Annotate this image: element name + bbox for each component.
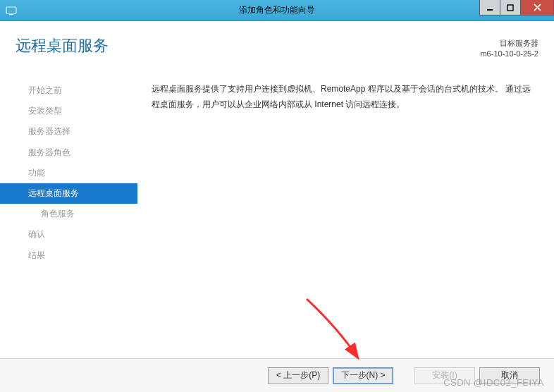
nav-confirmation[interactable]: 确认 [0, 224, 137, 245]
nav-role-services[interactable]: 角色服务 [0, 204, 137, 224]
wizard-sidebar: 开始之前 安装类型 服务器选择 服务器角色 功能 远程桌面服务 角色服务 确认 … [0, 71, 137, 357]
nav-features[interactable]: 功能 [0, 163, 137, 183]
nav-before-begin[interactable]: 开始之前 [0, 80, 137, 101]
description-text: 远程桌面服务提供了支持用户连接到虚拟机、RemoteApp 程序以及基于会话的台… [137, 71, 554, 357]
button-bar: < 上一步(P) 下一步(N) > 安装(I) 取消 [0, 358, 554, 392]
header-row: 远程桌面服务 目标服务器 m6-10-10-0-25-2 [0, 21, 554, 60]
wizard-content: 远程桌面服务 目标服务器 m6-10-10-0-25-2 开始之前 安装类型 服… [0, 21, 554, 392]
svg-rect-2 [487, 9, 493, 11]
target-server-label: 目标服务器 [480, 38, 538, 49]
target-server-info: 目标服务器 m6-10-10-0-25-2 [480, 35, 538, 60]
nav-install-type[interactable]: 安装类型 [0, 101, 137, 121]
close-button[interactable] [520, 0, 554, 16]
maximize-button[interactable] [500, 0, 521, 16]
nav-server-roles[interactable]: 服务器角色 [0, 142, 137, 163]
install-button: 安装(I) [414, 367, 475, 384]
page-title: 远程桌面服务 [16, 35, 109, 56]
cancel-button[interactable]: 取消 [479, 367, 540, 384]
window-title: 添加角色和功能向导 [239, 4, 315, 16]
svg-rect-3 [507, 5, 513, 11]
nav-remote-desktop-services[interactable]: 远程桌面服务 [0, 183, 137, 204]
nav-results[interactable]: 结果 [0, 245, 137, 266]
window-controls [480, 0, 554, 16]
nav-server-selection[interactable]: 服务器选择 [0, 121, 137, 142]
svg-rect-1 [9, 14, 13, 15]
app-icon [4, 4, 18, 18]
title-bar: 添加角色和功能向导 [0, 0, 554, 21]
svg-rect-0 [6, 7, 16, 13]
next-button[interactable]: 下一步(N) > [333, 367, 393, 384]
target-server-name: m6-10-10-0-25-2 [480, 49, 538, 59]
main-area: 开始之前 安装类型 服务器选择 服务器角色 功能 远程桌面服务 角色服务 确认 … [0, 71, 554, 357]
minimize-button[interactable] [479, 0, 500, 16]
previous-button[interactable]: < 上一步(P) [268, 367, 328, 384]
